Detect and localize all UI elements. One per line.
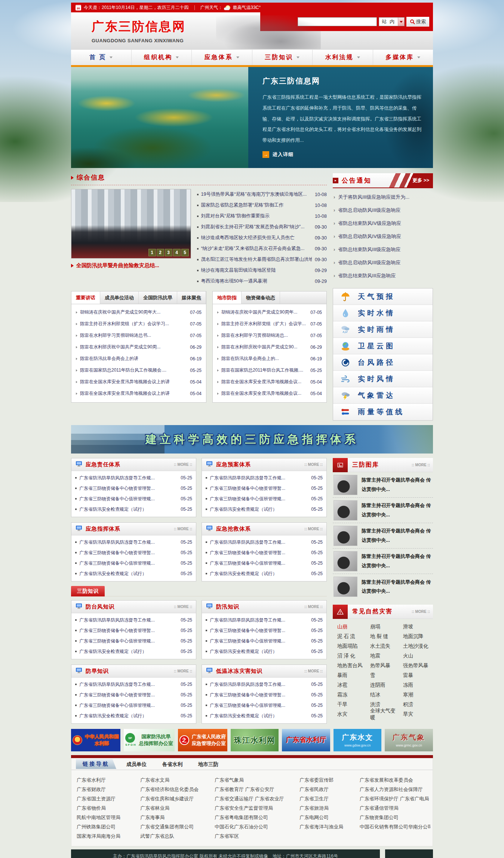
news-item[interactable]: 广东省防汛防旱防风防冻督导工作规...05-25 — [206, 473, 323, 483]
more-link[interactable]: :: MORE :: — [304, 605, 323, 609]
more-link[interactable]: :: MORE :: — [174, 669, 192, 673]
notice-item[interactable]: 省防总结束防风III应急响应 — [334, 269, 432, 282]
member-unit-link[interactable]: 广东省民政厅 — [299, 785, 360, 794]
notice-item[interactable]: 省防总结束防风IV级应急响应 — [334, 217, 432, 230]
slideshow-image[interactable]: 12345 — [71, 189, 191, 259]
tab[interactable]: 成员单位活动 — [100, 291, 139, 304]
member-unit-link[interactable]: 广州铁路集团公司 — [77, 822, 140, 831]
news-item[interactable]: 广东省防汛安全检查规定（试行）05-25 — [75, 504, 192, 515]
notice-item[interactable]: 省防总启动防风III级应急响应 — [334, 256, 432, 269]
news-item[interactable]: 陈雷在防汛抗旱会商会上的讲06-19 — [76, 353, 202, 364]
news-item[interactable]: 陈雷在水利部学习贯彻胡锦涛总书...07-05 — [76, 330, 202, 341]
notice-item[interactable]: 省防总启动防风IV级应急响应 — [334, 230, 432, 243]
weather-link[interactable]: 实时风情 — [333, 371, 433, 387]
logo-ministry-water-resources[interactable]: 中华人民共和国水利部 — [71, 729, 120, 751]
news-item[interactable]: 广东省三防物资储备中心值班管理规...05-25 — [206, 700, 323, 711]
news-item[interactable]: 纳沙造成粤西地区较大经济损失但无人员伤亡09-30 — [197, 232, 327, 243]
member-unit-link[interactable]: 广东省教育厅 广东省公安厅 — [215, 785, 299, 794]
news-item[interactable]: 广东省三防物资储备中心值班管理规...05-25 — [75, 636, 192, 646]
tab-city-sanfang[interactable]: 地市三防 — [193, 759, 224, 770]
banner-photo[interactable] — [71, 67, 248, 168]
more-link[interactable]: :: MORE :: — [174, 527, 192, 531]
news-item[interactable]: 广东省三防物资储备中心值班管理规...05-25 — [75, 558, 192, 568]
member-unit-link[interactable]: 民航中南地区管理局 — [77, 813, 140, 822]
nav-item[interactable]: 三防知识 — [252, 50, 313, 65]
news-item[interactable]: 广东省防汛安全检查规定（试行）05-25 — [206, 711, 323, 721]
disaster-link[interactable]: 寒潮 — [399, 690, 432, 700]
disaster-link[interactable]: 冰雹 — [334, 680, 366, 690]
page-number-button[interactable]: 1 — [148, 249, 156, 256]
news-item[interactable]: 广东省防汛防旱防风防冻督导工作规...05-25 — [206, 679, 323, 690]
news-item[interactable]: 国家防总省防总紧急部署“尼格”防御工作10-08 — [197, 200, 327, 211]
notice-more-link[interactable]: 更多 >> — [377, 173, 433, 187]
member-unit-link[interactable]: 广东省通信管理局 — [360, 803, 430, 813]
news-item[interactable]: 胡锦涛在庆祝中国共产党成立90周年...07-05 — [217, 306, 322, 318]
member-unit-link[interactable]: 广东省安全生产监督管理局 — [215, 803, 299, 813]
member-unit-link[interactable]: 广东电网公司 — [299, 813, 360, 822]
news-item[interactable]: 陈雷在水利部学习贯彻胡锦涛总...07-05 — [217, 330, 322, 341]
disaster-link[interactable]: 地震 — [366, 651, 399, 661]
news-item[interactable]: 广东省防汛安全检查规定（试行）05-25 — [206, 568, 323, 579]
member-unit-link[interactable]: 广东省国土资源厅 — [77, 794, 140, 803]
disaster-link[interactable]: 霜冻 — [334, 690, 366, 700]
news-item[interactable]: 广东省三防物资储备中心值班管理规...05-25 — [206, 636, 323, 646]
logo-pearl-river-water[interactable]: 珠江水利网 — [231, 729, 279, 751]
disaster-link[interactable]: 暴雨 — [334, 671, 366, 680]
member-unit-link[interactable]: 广东省粤电集团有限公司 — [215, 813, 299, 822]
more-link[interactable]: :: MORE :: — [174, 462, 192, 467]
disaster-link[interactable]: 土地沙漠化 — [399, 641, 432, 651]
news-item[interactable]: 陈雷在水利部庆祝中国共产党成立90...06-29 — [217, 341, 322, 353]
news-item[interactable]: 陈雷在防汛抗旱会商会上的...06-19 — [217, 353, 322, 364]
page-number-button[interactable]: 3 — [165, 249, 172, 256]
disaster-link[interactable]: 雪 — [366, 671, 399, 680]
news-item[interactable]: “纳沙”未走“尼格”又来省防总再次召开会商会紧急...09-30 — [197, 243, 327, 254]
weather-link[interactable]: 气象雷达 — [333, 387, 433, 404]
tab-knowledge[interactable]: 三防知识 — [71, 586, 105, 596]
nav-item[interactable]: 应急体系 — [192, 50, 252, 65]
news-item[interactable]: 广东省三防物资储备中心值班管理规...05-25 — [75, 700, 192, 711]
news-item[interactable]: 陈雷在国家防总2011年防台风工作视频会....05-25 — [76, 364, 202, 376]
weather-link[interactable]: 卫星云图 — [333, 338, 433, 354]
disaster-link[interactable]: 水灾 — [334, 709, 366, 719]
news-item[interactable]: 广东省防汛防旱防风防冻督导工作规...05-25 — [75, 679, 192, 690]
news-item[interactable]: 陈雷主持召开水利部党组（扩大）会议学习...07-05 — [76, 318, 202, 330]
page-number-button[interactable]: 4 — [173, 249, 181, 256]
member-unit-link[interactable]: 广东省物价局 — [77, 803, 140, 813]
member-unit-link[interactable]: 中国石化广东石油分公司 — [215, 822, 299, 831]
member-unit-link[interactable]: 广东省气象局 — [215, 775, 299, 785]
search-input[interactable] — [298, 17, 377, 26]
logo-gd-water-department[interactable]: 广东省水利厅 — [282, 729, 330, 751]
nav-item[interactable]: 组织机构 — [132, 50, 192, 65]
news-item[interactable]: 广东省三防物资储备中心物资管理暂...05-25 — [206, 483, 323, 494]
member-unit-link[interactable]: 广东省人力资源和社会保障厅 — [360, 785, 430, 794]
disaster-link[interactable]: 热带风暴 — [366, 661, 399, 671]
notice-item[interactable]: 省防总结束防风III级应急响应 — [334, 243, 432, 256]
news-item[interactable]: 陈雷在国家防总2011年防台风工作视频....05-25 — [217, 364, 322, 376]
news-item[interactable]: 广东省三防物资储备中心值班管理规...05-25 — [206, 558, 323, 568]
gallery-item[interactable]: 陈雷主持召开专题抗旱会商会 传达贯彻中央... — [333, 574, 433, 599]
disaster-link[interactable]: 火山 — [399, 651, 432, 661]
news-item[interactable]: 广东省防汛防旱防风防冻督导工作规...05-25 — [75, 473, 192, 483]
weather-link[interactable]: 天气预报 — [333, 288, 433, 305]
member-unit-link[interactable]: 武警广东省总队 — [140, 831, 215, 841]
disaster-link[interactable]: 山崩 — [334, 622, 366, 632]
member-unit-link[interactable]: 广东省经济和信息化委员会 — [140, 785, 215, 794]
notice-item[interactable]: 省防总启动防风III级应急响应 — [334, 204, 432, 217]
news-item[interactable]: 陈雷在全国水库安全度汛异地视频会议上的讲05-04 — [76, 376, 202, 388]
nav-item[interactable]: 水利法规 — [313, 50, 373, 65]
logo-gd-hydrology[interactable]: 广东水文 www.gdsw.gov.cn — [334, 729, 382, 751]
tab-provincial-water[interactable]: 各省水利 — [157, 759, 188, 770]
news-item[interactable]: 广东省防汛安全检查规定（试行）05-25 — [75, 568, 192, 579]
disaster-link[interactable]: 干旱 — [334, 700, 366, 709]
member-unit-link[interactable]: 广东省军区 — [215, 831, 299, 841]
disaster-link[interactable]: 全球大气变暖 — [366, 709, 399, 719]
gallery-item[interactable]: 陈雷主持召开专题抗旱会商会 传达贯彻中央... — [333, 523, 433, 549]
disaster-link[interactable]: 水土流失 — [366, 641, 399, 651]
news-item[interactable]: 刘昆副省长主持召开“尼格”发展态势会商和“纳沙”...09-30 — [197, 222, 327, 232]
news-item[interactable]: 广东省三防物资储备中心值班管理规...05-25 — [75, 494, 192, 504]
member-unit-link[interactable]: 中国石化销售有限公司华南分公司 — [360, 822, 430, 831]
logo-national-flood-drought-hq[interactable]: SFSFDH 国家防汛抗旱总指挥部办公室 — [124, 729, 175, 751]
disaster-link[interactable]: 冻雨 — [399, 680, 432, 690]
news-item[interactable]: 广东省防汛安全检查规定（试行）05-25 — [75, 646, 192, 657]
news-item[interactable]: 广东省防汛防旱防风防冻督导工作规...05-25 — [206, 615, 323, 625]
